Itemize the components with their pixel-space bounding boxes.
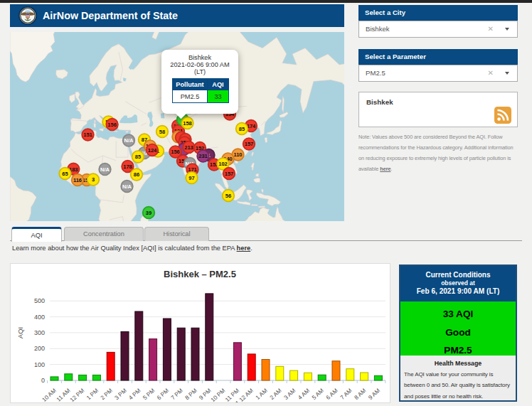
svg-text:8 AM: 8 AM (353, 388, 368, 401)
svg-text:2 AM: 2 AM (269, 388, 283, 401)
svg-text:N/A: N/A (124, 137, 134, 144)
svg-text:178: 178 (123, 164, 132, 170)
svg-text:N/A: N/A (100, 166, 110, 173)
svg-text:7 AM: 7 AM (339, 388, 353, 401)
svg-text:110: 110 (233, 151, 242, 158)
svg-text:156: 156 (171, 149, 180, 155)
svg-text:157: 157 (245, 141, 254, 147)
svg-text:2 PM: 2 PM (100, 388, 114, 402)
svg-text:6 PM: 6 PM (156, 388, 170, 402)
svg-text:1 PM: 1 PM (85, 388, 100, 402)
svg-text:56: 56 (225, 193, 231, 199)
svg-text:100: 100 (34, 361, 45, 368)
svg-text:4 AM: 4 AM (297, 388, 311, 401)
svg-text:85: 85 (135, 154, 141, 160)
svg-text:116: 116 (73, 177, 82, 183)
svg-text:11 AM: 11 AM (55, 388, 72, 402)
svg-text:4 PM: 4 PM (127, 388, 142, 402)
svg-text:151: 151 (83, 132, 92, 138)
svg-text:213: 213 (184, 144, 193, 151)
svg-text:10 AM: 10 AM (41, 388, 58, 402)
svg-text:85: 85 (239, 126, 245, 132)
svg-text:500: 500 (34, 297, 45, 304)
svg-text:65: 65 (62, 171, 68, 177)
svg-text:9 AM: 9 AM (367, 388, 381, 401)
svg-text:3 AM: 3 AM (283, 388, 297, 401)
svg-text:5 PM: 5 PM (142, 388, 156, 402)
svg-text:157: 157 (225, 171, 234, 177)
svg-text:102: 102 (218, 161, 228, 167)
svg-text:6 AM: 6 AM (325, 388, 339, 401)
svg-text:AQI: AQI (16, 327, 24, 338)
svg-text:Bishkek – PM2.5: Bishkek – PM2.5 (164, 269, 236, 279)
svg-text:8 PM: 8 PM (184, 388, 198, 402)
svg-text:231: 231 (198, 153, 208, 159)
svg-text:12 PM: 12 PM (69, 388, 86, 402)
svg-text:58: 58 (159, 129, 165, 135)
svg-text:1 AM: 1 AM (255, 388, 269, 401)
svg-text:200: 200 (34, 345, 45, 352)
svg-text:7 PM: 7 PM (170, 388, 184, 402)
svg-text:39: 39 (146, 210, 151, 216)
svg-text:N/A: N/A (122, 183, 132, 190)
svg-text:124: 124 (148, 147, 157, 154)
svg-text:97: 97 (188, 175, 194, 181)
svg-text:3 PM: 3 PM (114, 388, 128, 402)
svg-text:3: 3 (92, 176, 95, 183)
svg-text:156: 156 (107, 122, 117, 128)
svg-text:158: 158 (183, 120, 192, 127)
svg-text:10 PM: 10 PM (210, 388, 227, 402)
svg-text:300: 300 (34, 329, 45, 336)
svg-text:0: 0 (41, 377, 45, 384)
svg-text:86: 86 (134, 171, 139, 178)
svg-text:5 AM: 5 AM (311, 388, 325, 401)
svg-text:400: 400 (34, 314, 45, 321)
